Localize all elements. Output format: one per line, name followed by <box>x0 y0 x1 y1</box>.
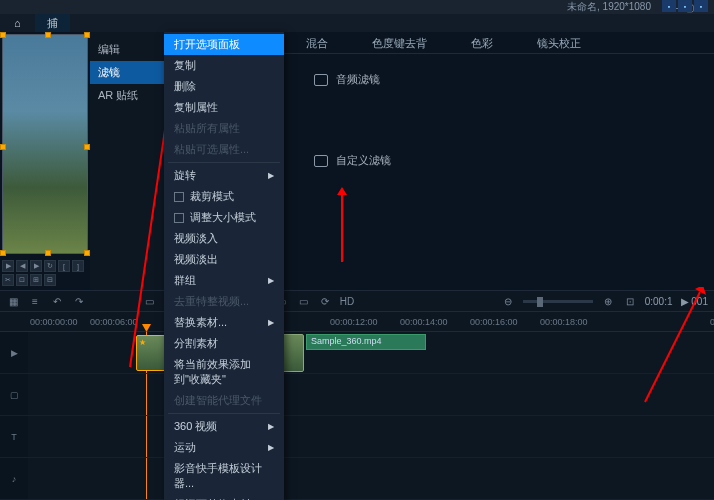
mark-in-button[interactable]: [ <box>58 260 70 272</box>
menu-item: 创建智能代理文件 <box>164 390 284 411</box>
track-head-icon[interactable]: ▶ <box>0 332 28 373</box>
menu-item[interactable]: 视频淡出 <box>164 249 284 270</box>
menu-item[interactable]: 群组▶ <box>164 270 284 291</box>
timeline-tracks: ▶ Sample_360.mp4 ▢ T ♪ <box>0 332 714 500</box>
storyboard-view-icon[interactable]: ▦ <box>6 294 20 308</box>
menu-item[interactable]: 标记可替换素材 <box>164 494 284 500</box>
ruler-tick: 00:00:2 <box>710 317 714 327</box>
ruler-tick: 00:00:00:00 <box>30 317 78 327</box>
tab-ar-sticker[interactable]: AR 贴纸 <box>90 84 164 107</box>
menu-item[interactable]: 裁剪模式 <box>164 186 284 207</box>
menu-item[interactable]: 旋转▶ <box>164 165 284 186</box>
tool-j[interactable]: HD <box>340 294 354 308</box>
menu-item[interactable]: 删除 <box>164 76 284 97</box>
menu-item[interactable]: 复制属性 <box>164 97 284 118</box>
menu-item: 去重特整视频... <box>164 291 284 312</box>
mark-out-button[interactable]: ] <box>72 260 84 272</box>
filter-label: 自定义滤镜 <box>336 153 391 168</box>
filter-tab-color[interactable]: 色彩 <box>449 32 515 53</box>
menu-item[interactable]: 复制 <box>164 55 284 76</box>
zoom-slider[interactable] <box>523 300 593 303</box>
tool-i[interactable]: ⟳ <box>318 294 332 308</box>
tool-a[interactable]: ▭ <box>142 294 156 308</box>
tab-filter[interactable]: 滤镜 <box>90 61 164 84</box>
tool-undo[interactable]: ↶ <box>50 294 64 308</box>
clip-label: Sample_360.mp4 <box>311 336 382 346</box>
prev-button[interactable]: ◀ <box>16 260 28 272</box>
track-head-icon[interactable]: ▢ <box>0 374 28 415</box>
filter-tab-chroma[interactable]: 色度键去背 <box>350 32 449 53</box>
track-audio[interactable]: ♪ <box>0 458 714 500</box>
filter-tab-lens[interactable]: 镜头校正 <box>515 32 603 53</box>
tab-edit[interactable]: 编辑 <box>90 38 164 61</box>
custom-filter-icon <box>314 155 328 167</box>
cut-button[interactable]: ✂ <box>2 274 14 286</box>
menu-item: 粘贴可选属性... <box>164 139 284 160</box>
track-video[interactable]: ▶ Sample_360.mp4 <box>0 332 714 374</box>
filter-label: 音频滤镜 <box>336 72 380 87</box>
timeline-panel: ▦ ≡ ↶ ↷ ▭ ▭ ▭ T ▭ ▭ ▭ ▭ ⟳ HD ⊖ ⊕ ⊡ 0:00:… <box>0 290 714 500</box>
filter-tab-blend[interactable]: 混合 <box>284 32 350 53</box>
menu-item[interactable]: 360 视频▶ <box>164 416 284 437</box>
clip-sample-360[interactable]: Sample_360.mp4 <box>306 334 426 350</box>
menu-item[interactable]: 打开选项面板 <box>164 34 284 55</box>
menu-bar: ⌂ 捕 <box>0 14 714 32</box>
ruler-tick: 00:00:12:00 <box>330 317 378 327</box>
menu-capture[interactable]: 捕 <box>35 14 70 32</box>
context-menu: 打开选项面板复制删除复制属性粘贴所有属性粘贴可选属性...旋转▶裁剪模式调整大小… <box>164 32 284 500</box>
mini-icon-c[interactable]: ▪ <box>694 0 708 12</box>
play-button[interactable]: ▶ <box>2 260 14 272</box>
next-button[interactable]: ▶ <box>30 260 42 272</box>
tool-h[interactable]: ▭ <box>296 294 310 308</box>
tc-button-2[interactable]: ⊞ <box>30 274 42 286</box>
zoom-out-icon[interactable]: ⊖ <box>501 294 515 308</box>
timeline-toolbar: ▦ ≡ ↶ ↷ ▭ ▭ ▭ T ▭ ▭ ▭ ▭ ⟳ HD ⊖ ⊕ ⊡ 0:00:… <box>0 291 714 312</box>
mini-icon-a[interactable]: ▪ <box>662 0 676 12</box>
effects-side-panel: 编辑 滤镜 AR 贴纸 <box>90 32 164 290</box>
preview-viewport[interactable] <box>2 34 88 254</box>
tc-button[interactable]: ⊡ <box>16 274 28 286</box>
menu-item[interactable]: 影音快手模板设计器... <box>164 458 284 494</box>
zoom-fit-icon[interactable]: ⊡ <box>623 294 637 308</box>
menu-item[interactable]: 将当前效果添加到"收藏夹" <box>164 354 284 390</box>
ruler-tick: 00:00:16:00 <box>470 317 518 327</box>
track-overlay-1[interactable]: ▢ <box>0 374 714 416</box>
document-name: 未命名, 1920*1080 <box>567 0 651 14</box>
track-head-icon[interactable]: T <box>0 416 28 457</box>
tool-redo[interactable]: ↷ <box>72 294 86 308</box>
timeline-ruler[interactable]: 00:00:00:0000:00:06:0000:00:12:0000:00:1… <box>0 312 714 332</box>
tc-button-3[interactable]: ⊟ <box>44 274 56 286</box>
timecode-end: ▶ 001 <box>681 296 708 307</box>
menu-item[interactable]: 替换素材...▶ <box>164 312 284 333</box>
transport-controls: ▶ ◀ ▶ ↻ [ ] ✂ ⊡ ⊞ ⊟ <box>0 256 90 290</box>
ruler-tick: 00:00:06:00 <box>90 317 138 327</box>
track-head-icon[interactable]: ♪ <box>0 458 28 499</box>
audio-filter-icon <box>314 74 328 86</box>
menu-home[interactable]: ⌂ <box>0 14 35 32</box>
loop-button[interactable]: ↻ <box>44 260 56 272</box>
menu-item[interactable]: 分割素材 <box>164 333 284 354</box>
title-bar: 未命名, 1920*1080 — ▢ ✕ <box>0 0 714 14</box>
track-overlay-2[interactable]: T <box>0 416 714 458</box>
ruler-tick: 00:00:14:00 <box>400 317 448 327</box>
timeline-view-icon[interactable]: ≡ <box>28 294 42 308</box>
zoom-in-icon[interactable]: ⊕ <box>601 294 615 308</box>
filter-item-custom[interactable]: 自定义滤镜 <box>284 135 714 186</box>
timecode-main: 0:00:1 <box>645 296 673 307</box>
menu-item[interactable]: 调整大小模式 <box>164 207 284 228</box>
menu-item[interactable]: 运动▶ <box>164 437 284 458</box>
mini-icon-b[interactable]: ▪ <box>678 0 692 12</box>
filter-item-audio[interactable]: 音频滤镜 <box>284 54 714 105</box>
menu-item[interactable]: 视频淡入 <box>164 228 284 249</box>
menu-item: 粘贴所有属性 <box>164 118 284 139</box>
ruler-tick: 00:00:18:00 <box>540 317 588 327</box>
